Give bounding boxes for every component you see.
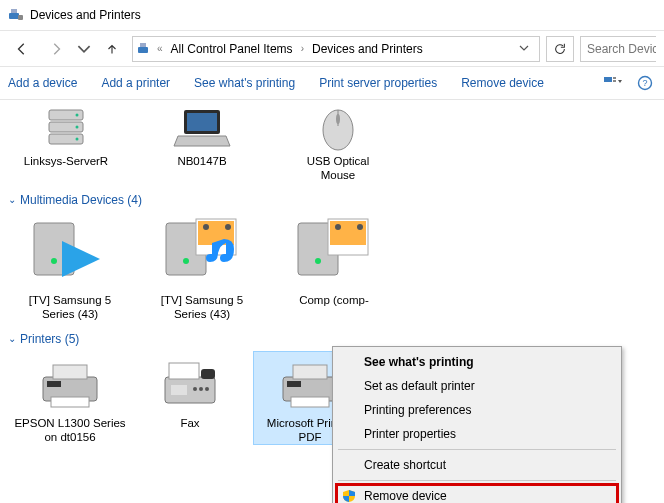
context-menu: See what's printing Set as default print… bbox=[332, 346, 622, 503]
ctx-see-whats-printing[interactable]: See what's printing bbox=[336, 350, 618, 374]
svg-point-28 bbox=[203, 224, 209, 230]
chevron-left-icon: « bbox=[157, 43, 163, 54]
content-area: Linksys-ServerR NB0147B USB Optical Mous… bbox=[0, 100, 664, 448]
svg-rect-0 bbox=[9, 13, 19, 19]
device-label: NB0147B bbox=[177, 154, 226, 168]
svg-rect-5 bbox=[604, 77, 612, 82]
devices-printers-icon bbox=[137, 41, 153, 57]
svg-rect-1 bbox=[11, 9, 17, 13]
svg-point-45 bbox=[199, 387, 203, 391]
device-label: [TV] Samsung 5 Series (43) bbox=[14, 293, 126, 322]
command-bar: Add a device Add a printer See what's pr… bbox=[0, 66, 664, 100]
svg-rect-3 bbox=[138, 47, 148, 53]
svg-point-22 bbox=[51, 258, 57, 264]
printer-label: Fax bbox=[180, 416, 199, 430]
svg-point-29 bbox=[225, 224, 231, 230]
svg-rect-48 bbox=[293, 365, 327, 379]
svg-point-14 bbox=[76, 126, 79, 129]
devices-printers-icon bbox=[8, 7, 24, 23]
laptop-icon bbox=[170, 104, 234, 152]
mouse-icon bbox=[306, 104, 370, 152]
ctx-create-shortcut[interactable]: Create shortcut bbox=[336, 453, 618, 477]
cmd-add-device[interactable]: Add a device bbox=[8, 76, 77, 90]
cmd-remove-device[interactable]: Remove device bbox=[461, 76, 544, 90]
device-item[interactable]: USB Optical Mouse bbox=[288, 104, 388, 183]
svg-rect-39 bbox=[47, 381, 61, 387]
svg-rect-50 bbox=[287, 381, 301, 387]
menu-separator bbox=[338, 480, 616, 481]
navbar: « All Control Panel Items › Devices and … bbox=[0, 30, 664, 66]
svg-rect-49 bbox=[291, 397, 329, 407]
device-label: [TV] Samsung 5 Series (43) bbox=[146, 293, 258, 322]
svg-point-25 bbox=[183, 258, 189, 264]
chevron-down-icon: ⌄ bbox=[8, 194, 16, 205]
printer-label: EPSON L1300 Series on dt0156 bbox=[14, 416, 126, 445]
address-bar[interactable]: « All Control Panel Items › Devices and … bbox=[132, 36, 540, 62]
media-server-music-icon bbox=[160, 213, 244, 291]
device-item[interactable]: Linksys-ServerR bbox=[16, 104, 116, 183]
printer-icon bbox=[30, 356, 110, 414]
device-item[interactable]: NB0147B bbox=[152, 104, 252, 183]
search-input[interactable]: Search Device bbox=[580, 36, 656, 62]
printer-item[interactable]: EPSON L1300 Series on dt0156 bbox=[14, 352, 126, 445]
svg-rect-37 bbox=[53, 365, 87, 379]
window-title: Devices and Printers bbox=[30, 8, 141, 22]
help-button[interactable]: ? bbox=[634, 72, 656, 94]
group-header-printers[interactable]: ⌄ Printers (5) bbox=[8, 332, 658, 346]
group-header-multimedia[interactable]: ⌄ Multimedia Devices (4) bbox=[8, 193, 658, 207]
cmd-see-printing[interactable]: See what's printing bbox=[194, 76, 295, 90]
svg-point-44 bbox=[193, 387, 197, 391]
uac-shield-icon bbox=[342, 489, 356, 503]
svg-rect-43 bbox=[171, 385, 187, 395]
svg-marker-23 bbox=[62, 241, 100, 277]
device-label: USB Optical Mouse bbox=[288, 154, 388, 183]
recent-locations-button[interactable] bbox=[76, 35, 92, 63]
svg-rect-7 bbox=[613, 80, 616, 82]
svg-rect-38 bbox=[51, 397, 89, 407]
group-label: Multimedia Devices (4) bbox=[20, 193, 142, 207]
cmd-server-properties[interactable]: Print server properties bbox=[319, 76, 437, 90]
address-dropdown[interactable] bbox=[513, 42, 535, 56]
svg-rect-17 bbox=[187, 113, 217, 131]
titlebar: Devices and Printers bbox=[0, 0, 664, 30]
ctx-remove-device[interactable]: Remove device bbox=[336, 484, 618, 503]
device-item[interactable]: [TV] Samsung 5 Series (43) bbox=[14, 213, 126, 322]
forward-button[interactable] bbox=[42, 35, 70, 63]
svg-rect-6 bbox=[613, 77, 616, 79]
up-button[interactable] bbox=[98, 35, 126, 63]
cmd-add-printer[interactable]: Add a printer bbox=[101, 76, 170, 90]
media-server-video-icon bbox=[292, 213, 376, 291]
svg-point-13 bbox=[76, 114, 79, 117]
device-label: Linksys-ServerR bbox=[24, 154, 108, 168]
device-label: Comp (comp- bbox=[299, 293, 369, 307]
ctx-set-default[interactable]: Set as default printer bbox=[336, 374, 618, 398]
svg-text:?: ? bbox=[642, 78, 647, 88]
device-item[interactable]: [TV] Samsung 5 Series (43) bbox=[146, 213, 258, 322]
svg-point-34 bbox=[335, 224, 341, 230]
breadcrumb-item[interactable]: Devices and Printers bbox=[308, 40, 427, 58]
device-item[interactable]: Comp (comp- bbox=[278, 213, 390, 322]
svg-rect-42 bbox=[201, 369, 215, 379]
breadcrumb-item[interactable]: All Control Panel Items bbox=[167, 40, 297, 58]
chevron-right-icon: › bbox=[301, 43, 304, 54]
svg-point-15 bbox=[76, 138, 79, 141]
svg-point-20 bbox=[336, 114, 340, 124]
ctx-printer-properties[interactable]: Printer properties bbox=[336, 422, 618, 446]
group-label: Printers (5) bbox=[20, 332, 79, 346]
printer-item[interactable]: Fax bbox=[134, 352, 246, 445]
back-button[interactable] bbox=[8, 35, 36, 63]
refresh-button[interactable] bbox=[546, 36, 574, 62]
svg-rect-2 bbox=[18, 15, 23, 20]
svg-point-31 bbox=[315, 258, 321, 264]
chevron-down-icon: ⌄ bbox=[8, 333, 16, 344]
svg-point-35 bbox=[357, 224, 363, 230]
media-server-icon bbox=[28, 213, 112, 291]
svg-rect-41 bbox=[169, 363, 199, 379]
ctx-remove-device-label: Remove device bbox=[364, 489, 447, 503]
ctx-printing-preferences[interactable]: Printing preferences bbox=[336, 398, 618, 422]
svg-rect-4 bbox=[140, 43, 146, 47]
server-icon bbox=[34, 104, 98, 152]
svg-point-46 bbox=[205, 387, 209, 391]
menu-separator bbox=[338, 449, 616, 450]
view-options-button[interactable] bbox=[602, 72, 624, 94]
